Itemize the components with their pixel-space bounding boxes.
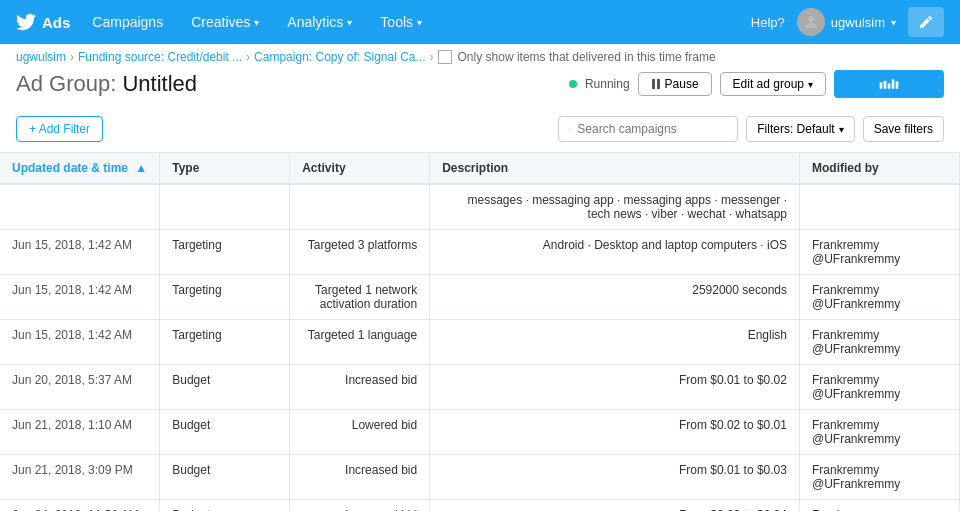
compose-button[interactable] bbox=[908, 7, 944, 37]
cell-activity: Increased bid bbox=[290, 455, 430, 500]
sort-arrow-icon: ▲ bbox=[135, 161, 147, 175]
nav-creatives-chevron-icon: ▾ bbox=[254, 17, 259, 28]
pause-button[interactable]: Pause bbox=[638, 72, 712, 96]
cell-type: Budget bbox=[160, 410, 290, 455]
cell-modified: Frankremmy @UFrankremmy bbox=[799, 230, 959, 275]
save-filters-button[interactable]: Save filters bbox=[863, 116, 944, 142]
table-row: Jun 24, 2018, 11:50 AM Budget Increased … bbox=[0, 500, 960, 512]
filter-search-area: Filters: Default ▾ Save filters bbox=[558, 116, 944, 142]
show-items-label: Only show items that delivered in this t… bbox=[458, 50, 716, 64]
show-items-checkbox[interactable] bbox=[438, 50, 452, 64]
breadcrumb-funding[interactable]: Funding source: Credit/debit ... bbox=[78, 50, 242, 64]
bar-chart-icon bbox=[879, 77, 899, 91]
avatar bbox=[797, 8, 825, 36]
svg-point-0 bbox=[808, 16, 814, 22]
cell-date: Jun 21, 2018, 3:09 PM bbox=[0, 455, 160, 500]
cell-date: Jun 20, 2018, 5:37 AM bbox=[0, 365, 160, 410]
running-label: Running bbox=[585, 77, 630, 91]
cell-activity: Increased bid bbox=[290, 365, 430, 410]
breadcrumb-sep-2: › bbox=[246, 50, 250, 64]
nav-campaigns[interactable]: Campaigns bbox=[78, 0, 177, 44]
user-menu[interactable]: ugwulsim ▾ bbox=[797, 8, 896, 36]
cell-description: From $0.01 to $0.03 bbox=[430, 455, 800, 500]
cell-type: Budget bbox=[160, 500, 290, 512]
col-desc-label: Description bbox=[442, 161, 508, 175]
cell-modified: Frankremmy @UFrankremmy bbox=[799, 365, 959, 410]
col-header-modified[interactable]: Modified by bbox=[799, 153, 959, 184]
table-header-row: Updated date & time ▲ Type Activity Desc… bbox=[0, 153, 960, 184]
cell-type: Budget bbox=[160, 365, 290, 410]
cell-modified: Frankremmy @UFrankremmy bbox=[799, 275, 959, 320]
nav-tools[interactable]: Tools ▾ bbox=[366, 0, 436, 44]
cell-type: Targeting bbox=[160, 275, 290, 320]
col-header-date[interactable]: Updated date & time ▲ bbox=[0, 153, 160, 184]
breadcrumb-user[interactable]: ugwulsim bbox=[16, 50, 66, 64]
page-title: Ad Group: Untitled bbox=[16, 71, 197, 97]
col-header-description[interactable]: Description bbox=[430, 153, 800, 184]
blue-action-bar[interactable] bbox=[834, 70, 944, 98]
edit-ad-group-button[interactable]: Edit ad group ▾ bbox=[720, 72, 826, 96]
edit-chevron-icon: ▾ bbox=[808, 79, 813, 90]
page-header-row: Ad Group: Untitled Running Pause Edit ad… bbox=[0, 66, 960, 106]
page-title-prefix: Ad Group: bbox=[16, 71, 122, 96]
cell-description: messages · messaging app · messaging app… bbox=[430, 184, 800, 230]
twitter-logo-icon bbox=[16, 12, 36, 32]
svg-rect-5 bbox=[896, 81, 899, 88]
cell-description: From $0.03 to $0.04 bbox=[430, 500, 800, 512]
cell-description: 2592000 seconds bbox=[430, 275, 800, 320]
col-modified-label: Modified by bbox=[812, 161, 879, 175]
cell-activity: Targeted 3 platforms bbox=[290, 230, 430, 275]
nav-tools-chevron-icon: ▾ bbox=[417, 17, 422, 28]
logo[interactable]: Ads bbox=[16, 12, 70, 32]
running-status: Running bbox=[569, 77, 630, 91]
cell-activity: Lowered bid bbox=[290, 410, 430, 455]
breadcrumb-sep-3: › bbox=[430, 50, 434, 64]
topnav: Ads Campaigns Creatives ▾ Analytics ▾ To… bbox=[0, 0, 960, 44]
nav-analytics[interactable]: Analytics ▾ bbox=[273, 0, 366, 44]
cell-activity: Targeted 1 language bbox=[290, 320, 430, 365]
compose-icon bbox=[918, 14, 934, 30]
cell-date: Jun 21, 2018, 1:10 AM bbox=[0, 410, 160, 455]
cell-activity bbox=[290, 184, 430, 230]
cell-description: English bbox=[430, 320, 800, 365]
nav-creatives-label: Creatives bbox=[191, 14, 250, 30]
cell-modified: Frankremmy @UFrankremmy bbox=[799, 410, 959, 455]
edit-label: Edit ad group bbox=[733, 77, 804, 91]
table-row: Jun 15, 2018, 1:42 AM Targeting Targeted… bbox=[0, 230, 960, 275]
filters-default-button[interactable]: Filters: Default ▾ bbox=[746, 116, 854, 142]
breadcrumb-filter: Only show items that delivered in this t… bbox=[438, 50, 716, 64]
table-row: messages · messaging app · messaging app… bbox=[0, 184, 960, 230]
svg-rect-3 bbox=[888, 83, 891, 88]
cell-date: Jun 15, 2018, 1:42 AM bbox=[0, 320, 160, 365]
cell-description: Android · Desktop and laptop computers ·… bbox=[430, 230, 800, 275]
save-filters-label: Save filters bbox=[874, 122, 933, 136]
cell-description: From $0.01 to $0.02 bbox=[430, 365, 800, 410]
col-header-type[interactable]: Type bbox=[160, 153, 290, 184]
cell-date: Jun 15, 2018, 1:42 AM bbox=[0, 230, 160, 275]
breadcrumb: ugwulsim › Funding source: Credit/debit … bbox=[0, 44, 960, 66]
filters-chevron-icon: ▾ bbox=[839, 124, 844, 135]
cell-activity: Increased bid bbox=[290, 500, 430, 512]
cell-type: Budget bbox=[160, 455, 290, 500]
search-icon bbox=[569, 123, 571, 135]
cell-modified: Frankremmy @UFrankremmy bbox=[799, 500, 959, 512]
status-actions: Running Pause Edit ad group ▾ bbox=[569, 70, 944, 98]
cell-modified: Frankremmy @UFrankremmy bbox=[799, 455, 959, 500]
cell-activity: Targeted 1 network activation duration bbox=[290, 275, 430, 320]
table-row: Jun 21, 2018, 1:10 AM Budget Lowered bid… bbox=[0, 410, 960, 455]
activity-table: Updated date & time ▲ Type Activity Desc… bbox=[0, 153, 960, 511]
cell-date bbox=[0, 184, 160, 230]
nav-analytics-chevron-icon: ▾ bbox=[347, 17, 352, 28]
help-link[interactable]: Help? bbox=[751, 15, 785, 30]
search-input[interactable] bbox=[577, 122, 727, 136]
nav-items: Campaigns Creatives ▾ Analytics ▾ Tools … bbox=[78, 0, 436, 44]
nav-creatives[interactable]: Creatives ▾ bbox=[177, 0, 273, 44]
col-date-label: Updated date & time bbox=[12, 161, 128, 175]
add-filter-button[interactable]: + Add Filter bbox=[16, 116, 103, 142]
pause-icon bbox=[651, 79, 661, 89]
logo-text: Ads bbox=[42, 14, 70, 31]
filters-default-label: Filters: Default bbox=[757, 122, 834, 136]
breadcrumb-campaign[interactable]: Campaign: Copy of: Signal Ca... bbox=[254, 50, 425, 64]
col-header-activity[interactable]: Activity bbox=[290, 153, 430, 184]
cell-date: Jun 24, 2018, 11:50 AM bbox=[0, 500, 160, 512]
